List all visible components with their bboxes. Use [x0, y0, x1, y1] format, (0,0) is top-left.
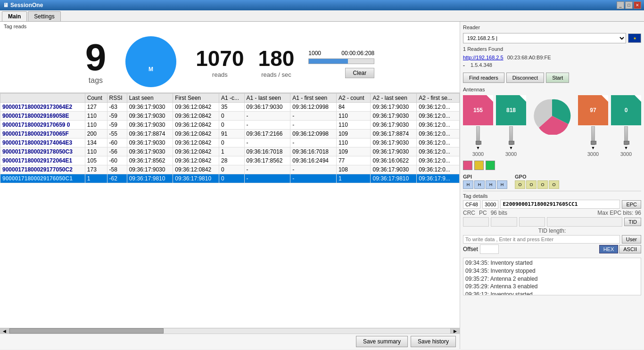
maximize-button[interactable]: □ — [625, 1, 633, 9]
hex-ascii-row: HEX ASCII — [599, 245, 641, 253]
reader-select[interactable]: 192.168.2.5 | — [463, 33, 626, 43]
gpo-btn-2[interactable]: O — [526, 180, 537, 189]
pie-chart-container — [529, 97, 575, 135]
table-row[interactable]: 90000171800029170659 0 110 -59 09:36:17:… — [0, 121, 460, 130]
a2c-cell: 110 — [336, 121, 371, 130]
a2-first-cell: 09:36:12:0... — [417, 156, 460, 165]
close-button[interactable]: ✕ — [634, 1, 641, 9]
tag-id-cell: 90000171800029170065F — [0, 130, 85, 138]
tid-main-input[interactable] — [547, 217, 622, 227]
reads-per-sec-value: 180 — [258, 46, 295, 71]
minimize-button[interactable]: _ — [617, 1, 624, 9]
log-line: 09:35:29: Antenna 3 enabled — [465, 283, 639, 291]
antenna-4-down-arrow[interactable]: ▼ — [624, 146, 628, 150]
tag-id-cell: 90000171800029177050C2 — [0, 165, 85, 174]
table-row[interactable]: 90000171800029169058E 110 -59 09:36:17:9… — [0, 112, 460, 121]
antenna-1-slider-track[interactable] — [476, 126, 480, 145]
epc-row: CF48 3000 EPC — [463, 200, 641, 209]
scroll-right-btn[interactable]: ▶ — [450, 328, 460, 334]
gpi-btn-1[interactable]: H — [463, 180, 473, 189]
gpi-btn-3[interactable]: H — [486, 180, 496, 189]
count-cell: 110 — [85, 147, 107, 156]
a2-last-cell: 09:36:17:9030 — [371, 138, 417, 147]
a2-first-cell: 09:36:17:9... — [417, 174, 460, 183]
gpi-col: GPI H H H H — [463, 174, 507, 189]
col-a1-first: A1 - first seen — [290, 94, 337, 103]
horizontal-scrollbar[interactable]: ◀ ▶ — [0, 328, 460, 334]
col-a1c: A1 -c... — [219, 94, 245, 103]
antenna-1-down-arrow[interactable]: ▼ — [476, 146, 480, 150]
table-row[interactable]: 90000171800029170065F 200 -55 09:36:17:8… — [0, 130, 460, 138]
a2c-cell: 109 — [336, 147, 371, 156]
left-panel: Tag reads 9 tags M 1070 reads 180 reads … — [0, 22, 460, 349]
reader-link[interactable]: http://192.168.2.5 — [463, 55, 504, 60]
table-row[interactable]: 90000171800029178050C3 110 -56 09:36:17:… — [0, 147, 460, 156]
a2-last-cell: 09:36:17:9030 — [371, 147, 417, 156]
user-button[interactable]: User — [622, 235, 641, 244]
reads-per-sec-block: 180 reads / sec — [258, 46, 295, 78]
reader-row: 192.168.2.5 | ★ — [463, 33, 641, 43]
scroll-thumb[interactable] — [9, 328, 164, 334]
reader-dash: - — [463, 62, 465, 69]
antenna-3-slider-track[interactable] — [591, 126, 595, 145]
tid-button[interactable]: TID — [624, 218, 641, 226]
offset-row: Offset HEX ASCII — [463, 244, 641, 254]
reader-info-row: http://192.168.2.5 00:23:68:A0:B9:FE — [463, 55, 641, 60]
log-line: 09:34:35: Inventory started — [465, 259, 639, 267]
table-header-row: Count RSSI Last seen First Seen A1 -c...… — [0, 94, 460, 103]
table-row[interactable]: 90000171800029174064E3 134 -60 09:36:17:… — [0, 138, 460, 147]
find-readers-button[interactable]: Find readers — [463, 73, 504, 83]
rssi-cell: -59 — [107, 112, 127, 121]
offset-input[interactable] — [480, 244, 499, 254]
tid-input-3[interactable] — [519, 217, 545, 227]
table-row[interactable]: 90000171800029172064E1 105 -60 09:36:17:… — [0, 156, 460, 165]
progress-area: 1000 00:00:06:208 Clear — [308, 50, 374, 78]
antenna-2-down-arrow[interactable]: ▼ — [509, 146, 513, 150]
start-button[interactable]: Start — [546, 73, 569, 83]
table-row[interactable]: 90000171800029173064E2 127 -63 09:36:17:… — [0, 103, 460, 112]
tab-settings[interactable]: Settings — [28, 11, 60, 21]
gpi-btn-4[interactable]: H — [497, 180, 507, 189]
gpo-btn-4[interactable]: O — [549, 180, 559, 189]
a1-last-cell: - — [244, 174, 290, 183]
scroll-left-btn[interactable]: ◀ — [0, 328, 9, 334]
antenna-3-down-arrow[interactable]: ▼ — [591, 146, 595, 150]
disconnect-button[interactable]: Disconnect — [506, 73, 544, 83]
a1-first-cell: 09:36:16:7018 — [290, 147, 337, 156]
rssi-cell: -60 — [107, 138, 127, 147]
epc-input[interactable] — [500, 200, 620, 209]
clear-button[interactable]: Clear — [345, 68, 375, 78]
a2c-cell: 110 — [336, 138, 371, 147]
first-seen-cell: 09:36:12:0842 — [173, 103, 219, 112]
tid-input-2[interactable] — [491, 217, 517, 227]
save-history-button[interactable]: Save history — [411, 336, 456, 347]
table-container[interactable]: Count RSSI Last seen First Seen A1 -c...… — [0, 93, 460, 328]
pie-chart — [533, 97, 571, 135]
antenna-3-fold — [602, 95, 608, 102]
color-dot-3 — [486, 161, 495, 170]
reads-stats: 1070 reads 180 reads / sec 1000 00:00:06… — [196, 46, 374, 78]
epc-button[interactable]: EPC — [622, 200, 641, 209]
log-line: 09:36:12: Inventory started — [465, 291, 639, 295]
total-reads-value: 1070 — [196, 46, 244, 71]
write-input[interactable] — [463, 235, 620, 244]
color-dot-1 — [463, 161, 472, 170]
table-row[interactable]: 90000171800029177050C2 173 -58 09:36:17:… — [0, 165, 460, 174]
ascii-button[interactable]: ASCII — [619, 245, 641, 253]
table-row[interactable]: 90000171800029176050C1 1 -62 09:36:17:98… — [0, 174, 460, 183]
first-seen-cell: 09:36:17:9810 — [173, 174, 219, 183]
antenna-4-slider-track[interactable] — [624, 126, 628, 145]
hex-button[interactable]: HEX — [599, 245, 619, 253]
gpo-btn-3[interactable]: O — [537, 180, 548, 189]
save-summary-button[interactable]: Save summary — [356, 336, 408, 347]
tid-input-1[interactable] — [463, 217, 489, 227]
a1c-cell: 35 — [219, 103, 245, 112]
antenna-2-slider-track[interactable] — [509, 126, 513, 145]
reader-buttons: Find readers Disconnect Start — [463, 73, 641, 83]
first-seen-cell: 09:36:12:0842 — [173, 112, 219, 121]
tab-main[interactable]: Main — [2, 11, 27, 21]
rssi-cell: -59 — [107, 121, 127, 130]
first-seen-cell: 09:36:12:0842 — [173, 147, 219, 156]
gpi-btn-2[interactable]: H — [474, 180, 485, 189]
gpo-btn-1[interactable]: O — [515, 180, 525, 189]
